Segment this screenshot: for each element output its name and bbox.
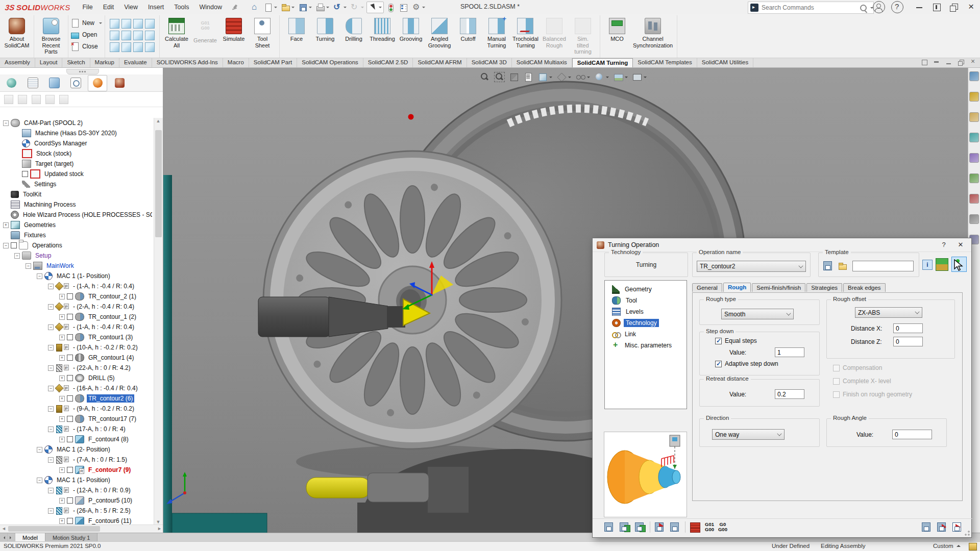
operation-name-combobox[interactable]: TR_contour2 — [697, 261, 806, 272]
expand-icon[interactable]: + — [59, 335, 65, 340]
tab-solidcam-turning[interactable]: SolidCAM Turning — [572, 58, 633, 67]
dropdown-caret-icon[interactable] — [99, 22, 102, 26]
manager-tab-solidcam-manager[interactable] — [2, 76, 20, 91]
tree-item-tr-contour2-6[interactable]: +TR_contour2 (6) — [0, 393, 152, 404]
panel-collapse-handle[interactable] — [66, 69, 99, 74]
tree-item-tr-contour-2-1[interactable]: +TR_contour_2 (1) — [0, 291, 152, 302]
close-button[interactable]: Close — [71, 41, 102, 52]
collapse-icon[interactable]: − — [48, 284, 54, 289]
tool-sheet-button[interactable]: Tool Sheet — [248, 17, 277, 49]
save-button[interactable] — [604, 522, 615, 532]
tab-macro[interactable]: Macro — [223, 58, 249, 67]
collapse-icon[interactable]: − — [48, 304, 54, 310]
collapse-icon[interactable]: − — [37, 478, 42, 483]
expand-icon[interactable]: + — [59, 294, 65, 299]
tree-item-geometries[interactable]: +Geometries — [0, 220, 152, 230]
zoom-area-button[interactable] — [494, 72, 505, 82]
view-settings-button[interactable] — [632, 72, 647, 82]
turning-button[interactable]: Turning — [311, 17, 339, 43]
item-checkbox[interactable] — [67, 416, 73, 422]
view-cube-icon[interactable] — [133, 42, 143, 52]
tree-item-mac-1-2-position[interactable]: −MAC 1 (2- Position) — [0, 444, 152, 455]
scroll-left-icon[interactable]: ◄ — [1, 525, 7, 532]
minimize-button[interactable] — [911, 0, 928, 14]
item-checkbox[interactable] — [67, 375, 73, 381]
save-exit-button[interactable] — [654, 522, 666, 532]
collapse-icon[interactable]: − — [48, 488, 54, 493]
collapse-icon[interactable]: − — [48, 324, 54, 330]
open-button[interactable]: Open — [71, 30, 102, 40]
tab-solidcam-3d[interactable]: SolidCAM 3D — [467, 58, 512, 67]
view-cube-icon[interactable] — [110, 31, 119, 40]
direction-combobox[interactable]: One way — [712, 429, 785, 440]
display-style-button[interactable] — [557, 72, 571, 82]
tree-item-2-a-h-0-4-r-0-4[interactable]: −- (2-A, h : -0.4 / R: 0.4) — [0, 302, 152, 312]
collapse-icon[interactable]: − — [48, 365, 54, 371]
step-down-value-field[interactable] — [775, 347, 804, 357]
doc-pin-icon[interactable] — [921, 59, 928, 66]
retreat-value-field[interactable] — [775, 389, 804, 399]
tab-solidworks-add-ins[interactable]: SOLIDWORKS Add-Ins — [152, 58, 223, 67]
item-checkbox[interactable] — [22, 171, 28, 177]
view-cube-icon[interactable] — [121, 31, 131, 40]
manager-tab-property-manager[interactable] — [45, 76, 63, 91]
nav-item-levels[interactable]: Levels — [605, 306, 687, 317]
tree-item-f-contour6-11[interactable]: +F_contour6 (11) — [0, 516, 152, 525]
item-checkbox[interactable] — [67, 518, 73, 524]
manager-tab-solidcam-tool[interactable] — [110, 76, 129, 91]
open-button[interactable] — [280, 2, 296, 13]
rough-angle-field[interactable] — [892, 430, 932, 439]
doc-close-icon[interactable] — [970, 59, 977, 66]
expand-icon[interactable]: + — [59, 498, 65, 504]
tab-assembly[interactable]: Assembly — [0, 58, 35, 67]
rebuild-button[interactable] — [385, 2, 397, 13]
print-button[interactable] — [314, 2, 331, 13]
menu-file[interactable]: File — [77, 0, 97, 14]
item-checkbox[interactable] — [67, 334, 73, 340]
dialog-title-bar[interactable]: Turning Operation ? ✕ — [593, 238, 971, 252]
tree-item-tr-contour1-3[interactable]: +TR_contour1 (3) — [0, 332, 152, 342]
tree-item-p-contour5-10[interactable]: +P_contour5 (10) — [0, 495, 152, 506]
tree-item-7-a-h-0-r-1-5[interactable]: −- (7-A, h : 0 / R: 1.5) — [0, 455, 152, 465]
item-checkbox[interactable] — [11, 242, 17, 248]
close-button[interactable] — [963, 0, 980, 14]
tree-item-setup[interactable]: −Setup — [0, 251, 152, 261]
simulate-button[interactable] — [690, 522, 701, 532]
dialog-tab-general[interactable]: General — [692, 283, 722, 292]
item-checkbox[interactable] — [67, 355, 73, 361]
item-checkbox[interactable] — [67, 497, 73, 504]
manual-turning-button[interactable]: Manual Turning — [482, 17, 511, 49]
doc-minimize-icon[interactable] — [945, 59, 952, 66]
threading-button[interactable]: Threading — [368, 17, 397, 43]
tab-layout[interactable]: Layout — [35, 58, 63, 67]
tree-item-mac-1-1-position[interactable]: −MAC 1 (1- Position) — [0, 271, 152, 281]
solidworks-forum-icon[interactable] — [969, 173, 979, 183]
menu-window[interactable]: Window — [194, 0, 227, 14]
expand-button[interactable] — [928, 0, 945, 14]
adaptive-step-down-checkbox[interactable]: Adaptive step down — [715, 360, 778, 367]
nav-item-misc-parameters[interactable]: Misc. parameters — [605, 340, 687, 351]
tree-item-1-a-h-0-4-r-0-4[interactable]: −- (1-A, h : -0.4 / R: 0.4) — [0, 281, 152, 291]
tree-horizontal-scrollbar[interactable]: ◄ ► — [0, 524, 163, 533]
scroll-thumb[interactable] — [155, 130, 162, 237]
tab-solidcam-multiaxis[interactable]: SolidCAM Multiaxis — [512, 58, 572, 67]
appearances-icon[interactable] — [969, 133, 979, 142]
exchange-button[interactable] — [936, 258, 948, 271]
doc-tab-motion-study-1[interactable]: Motion Study 1 — [45, 533, 97, 542]
design-library-icon[interactable] — [969, 92, 979, 102]
tab-solidcam-operations[interactable]: SolidCAM Operations — [297, 58, 363, 67]
collapse-icon[interactable]: − — [37, 273, 42, 279]
expand-icon[interactable]: + — [59, 396, 65, 402]
doc-restore-icon[interactable] — [958, 59, 965, 66]
zoom-fit-button[interactable] — [480, 72, 489, 82]
search-icon[interactable] — [860, 5, 867, 11]
tree-item-16-a-h-0-4-r-0-4[interactable]: −- (16-A, h : -0.4 / R: 0.4) — [0, 383, 152, 393]
dropdown-caret-icon[interactable] — [606, 77, 609, 80]
tab-markup[interactable]: Markup — [90, 58, 119, 67]
tree-item-cam-part-spool-2[interactable]: −CAM-Part (SPOOL 2) — [0, 118, 152, 128]
section-view-button[interactable] — [509, 72, 519, 82]
nav-item-technology[interactable]: Technology — [605, 317, 687, 329]
expand-icon[interactable]: + — [59, 375, 65, 381]
new-document-button[interactable] — [262, 2, 279, 13]
angled-grooving-button[interactable]: Angled Grooving — [425, 17, 454, 49]
